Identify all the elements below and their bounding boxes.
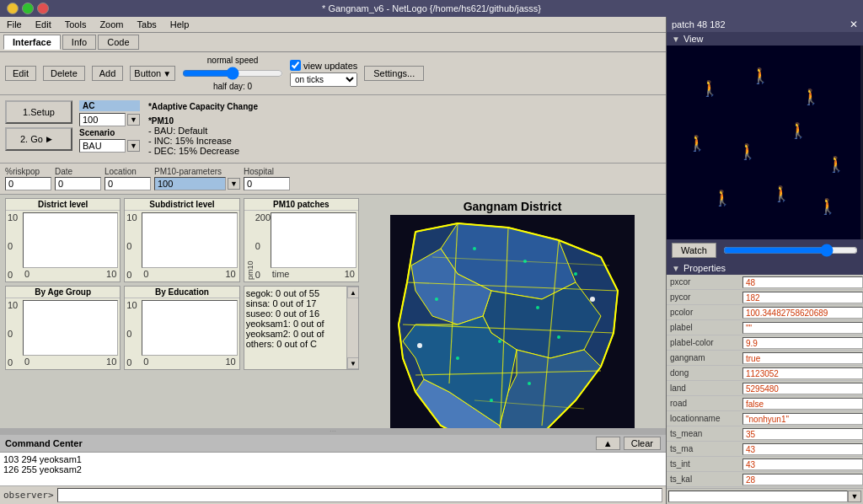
property-value[interactable]: true (742, 352, 863, 364)
minimize-button[interactable] (7, 3, 19, 14)
scenario-header: Scenario (79, 128, 140, 137)
property-value[interactable]: 9.9 (742, 337, 863, 349)
ac-value-input[interactable] (79, 113, 126, 126)
cc-input-row: observer> (0, 486, 666, 504)
window-controls[interactable] (7, 3, 49, 14)
property-value[interactable]: false (742, 398, 863, 410)
speed-label: normal speed (207, 56, 259, 65)
svg-point-18 (574, 272, 577, 276)
cc-clear-button[interactable]: Clear (624, 437, 661, 450)
location-param: Location (105, 167, 151, 190)
right-close-button[interactable]: ✕ (850, 19, 858, 30)
svg-point-25 (490, 399, 493, 402)
cc-input[interactable] (57, 488, 662, 502)
property-value[interactable]: "" (742, 322, 863, 334)
scenario-value-input[interactable] (79, 139, 126, 153)
property-value[interactable]: 1123052 (742, 367, 863, 379)
property-row: plabel-color9.9 (667, 335, 863, 351)
property-key: ts_kal (667, 474, 742, 485)
property-key: land (667, 383, 742, 394)
agent-6: 🚶 (827, 155, 845, 174)
svg-point-23 (456, 357, 459, 360)
property-value[interactable]: 43 (742, 443, 863, 455)
properties-expand-arrow[interactable]: ▼ (672, 264, 680, 273)
prop-scroll-button[interactable]: ▼ (848, 491, 861, 502)
delete-button[interactable]: Delete (43, 66, 85, 81)
pm10-plot (271, 212, 356, 268)
menu-file[interactable]: File (3, 19, 25, 30)
go-button[interactable]: 2. Go ▶ (5, 127, 72, 151)
setup-button[interactable]: 1.Setup (5, 100, 72, 124)
date-input[interactable] (55, 177, 101, 190)
view-expand-arrow[interactable]: ▼ (672, 35, 680, 44)
hospital-input[interactable] (244, 177, 290, 190)
menu-help[interactable]: Help (167, 19, 193, 30)
property-row: roadfalse (667, 396, 863, 411)
riskpop-input[interactable] (5, 177, 51, 190)
view-header: ▼ View (667, 32, 863, 46)
properties-bottom: ▼ (667, 488, 863, 504)
title-bar: * Gangnam_v6 - NetLogo {/home/hs621/gith… (0, 0, 863, 17)
cc-expand-button[interactable]: ▲ (596, 437, 620, 450)
watch-slider[interactable] (723, 244, 858, 257)
property-value[interactable]: 35 (742, 428, 863, 440)
property-value[interactable]: 182 (742, 292, 863, 303)
property-row: land5295480 (667, 381, 863, 396)
properties-input[interactable] (668, 491, 848, 502)
settings-button[interactable]: Settings... (364, 66, 424, 81)
property-value[interactable]: 28 (742, 474, 863, 485)
tab-info[interactable]: Info (62, 35, 96, 50)
property-value[interactable]: 48 (742, 276, 863, 288)
properties-section: ▼ Properties pxcor48pycor182pcolor100.34… (667, 261, 863, 504)
menu-tabs[interactable]: Tabs (134, 19, 160, 30)
district-x-axis: 0 10 (23, 268, 118, 280)
maximize-button[interactable] (22, 3, 34, 14)
text-scroll-up[interactable]: ▲ (347, 287, 359, 298)
property-row: pycor182 (667, 290, 863, 305)
property-value[interactable]: "nonhyun1" (742, 413, 863, 425)
edit-button[interactable]: Edit (5, 66, 36, 81)
property-key: ts_int (667, 458, 742, 469)
close-button[interactable] (37, 3, 49, 14)
view-updates-group: view updates on ticks (290, 60, 357, 87)
property-row: pcolor100.34482758620689 (667, 305, 863, 320)
district-chart: District level 10 0 0 0 (5, 198, 121, 282)
pm10-param-input[interactable] (154, 177, 226, 190)
age-chart: By Age Group 10 0 0 0 10 (5, 286, 121, 370)
menu-tools[interactable]: Tools (62, 19, 90, 30)
watch-button[interactable]: Watch (672, 243, 716, 258)
menu-zoom[interactable]: Zoom (96, 19, 126, 30)
button-dropdown-arrow[interactable]: ▼ (163, 69, 171, 78)
svg-point-21 (498, 340, 501, 343)
button-type-label: Button (134, 68, 161, 78)
scenario-dropdown[interactable]: ▼ (127, 140, 140, 152)
menu-edit[interactable]: Edit (32, 19, 55, 30)
location-input[interactable] (105, 177, 151, 190)
view-updates-checkbox[interactable] (290, 60, 301, 71)
svg-point-22 (557, 335, 560, 339)
property-row: plabel"" (667, 320, 863, 335)
education-y-axis: 10 0 0 (126, 300, 142, 367)
pm10-param-dropdown[interactable]: ▼ (228, 178, 240, 190)
svg-point-27 (417, 343, 422, 348)
view-label: View (683, 34, 704, 44)
property-value[interactable]: 43 (742, 458, 863, 470)
text-scroll-down[interactable]: ▼ (347, 357, 359, 369)
speed-slider[interactable] (182, 67, 283, 80)
ac-dropdown[interactable]: ▼ (127, 114, 140, 126)
property-value[interactable]: 5295480 (742, 383, 863, 394)
cc-header: Command Center ▲ Clear (0, 435, 666, 453)
property-key: plabel-color (667, 337, 742, 348)
tab-code[interactable]: Code (98, 35, 138, 50)
property-key: ts_mean (667, 428, 742, 439)
location-label: Location (105, 167, 151, 176)
add-button[interactable]: Add (92, 66, 124, 81)
right-panel: patch 48 182 ✕ ▼ View 🚶 🚶 🚶 🚶 🚶 🚶 🚶 🚶 🚶 … (666, 17, 863, 504)
svg-point-19 (435, 298, 438, 301)
property-value[interactable]: 100.34482758620689 (742, 307, 863, 319)
cc-output: 103 294 yeoksam1126 255 yeoksam2 (0, 453, 666, 486)
on-ticks-select[interactable]: on ticks (290, 72, 357, 87)
tab-interface[interactable]: Interface (3, 35, 61, 50)
property-key: dong (667, 367, 742, 378)
speed-section: normal speed half day: 0 (182, 56, 283, 91)
